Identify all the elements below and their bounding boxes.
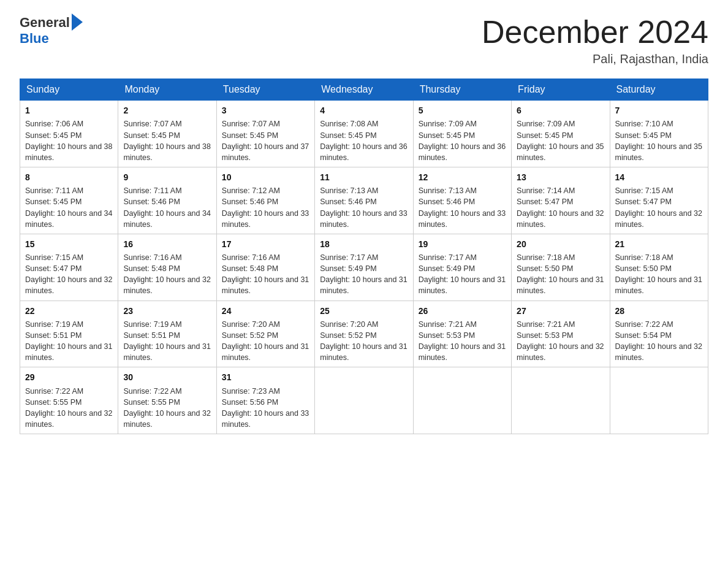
calendar-cell: 4Sunrise: 7:08 AMSunset: 5:45 PMDaylight… bbox=[315, 101, 413, 167]
calendar-cell: 8Sunrise: 7:11 AMSunset: 5:45 PMDaylight… bbox=[20, 167, 118, 234]
month-title: December 2024 bbox=[482, 15, 708, 50]
calendar-cell: 5Sunrise: 7:09 AMSunset: 5:45 PMDaylight… bbox=[413, 101, 511, 167]
day-number: 7 bbox=[615, 104, 703, 117]
day-number: 30 bbox=[123, 371, 211, 383]
day-number: 1 bbox=[25, 104, 113, 117]
day-number: 10 bbox=[222, 171, 309, 183]
day-number: 13 bbox=[517, 171, 604, 183]
day-number: 15 bbox=[25, 238, 113, 250]
logo-blue-text: Blue bbox=[20, 31, 49, 46]
day-number: 2 bbox=[123, 104, 211, 117]
day-header-wednesday: Wednesday bbox=[315, 79, 413, 101]
calendar-cell: 30Sunrise: 7:22 AMSunset: 5:55 PMDayligh… bbox=[118, 367, 216, 434]
calendar-cell: 25Sunrise: 7:20 AMSunset: 5:52 PMDayligh… bbox=[315, 301, 413, 367]
day-number: 6 bbox=[517, 104, 604, 117]
calendar-cell: 12Sunrise: 7:13 AMSunset: 5:46 PMDayligh… bbox=[413, 167, 511, 234]
calendar-cell: 18Sunrise: 7:17 AMSunset: 5:49 PMDayligh… bbox=[315, 234, 413, 301]
day-number: 4 bbox=[320, 104, 408, 117]
calendar-cell: 22Sunrise: 7:19 AMSunset: 5:51 PMDayligh… bbox=[20, 301, 118, 367]
calendar-cell: 1Sunrise: 7:06 AMSunset: 5:45 PMDaylight… bbox=[20, 101, 118, 167]
page-header: General Blue December 2024 Pali, Rajasth… bbox=[20, 15, 708, 66]
week-row-4: 22Sunrise: 7:19 AMSunset: 5:51 PMDayligh… bbox=[20, 301, 708, 367]
calendar-cell: 14Sunrise: 7:15 AMSunset: 5:47 PMDayligh… bbox=[610, 167, 708, 234]
day-number: 14 bbox=[615, 171, 703, 183]
calendar-header-row: SundayMondayTuesdayWednesdayThursdayFrid… bbox=[20, 79, 708, 101]
calendar-cell bbox=[610, 367, 708, 434]
calendar-cell: 24Sunrise: 7:20 AMSunset: 5:52 PMDayligh… bbox=[216, 301, 314, 367]
day-header-saturday: Saturday bbox=[610, 79, 708, 101]
day-number: 5 bbox=[419, 104, 506, 117]
day-number: 11 bbox=[320, 171, 408, 183]
day-number: 16 bbox=[123, 238, 211, 250]
calendar-cell: 7Sunrise: 7:10 AMSunset: 5:45 PMDaylight… bbox=[610, 101, 708, 167]
calendar-cell bbox=[413, 367, 511, 434]
day-number: 19 bbox=[419, 238, 506, 250]
calendar-cell: 29Sunrise: 7:22 AMSunset: 5:55 PMDayligh… bbox=[20, 367, 118, 434]
day-number: 20 bbox=[517, 238, 604, 250]
calendar-cell: 15Sunrise: 7:15 AMSunset: 5:47 PMDayligh… bbox=[20, 234, 118, 301]
day-number: 21 bbox=[615, 238, 703, 250]
calendar-cell: 20Sunrise: 7:18 AMSunset: 5:50 PMDayligh… bbox=[512, 234, 610, 301]
logo-arrow-icon bbox=[72, 13, 83, 31]
day-number: 22 bbox=[25, 305, 113, 317]
calendar-cell: 31Sunrise: 7:23 AMSunset: 5:56 PMDayligh… bbox=[216, 367, 314, 434]
day-number: 8 bbox=[25, 171, 113, 183]
calendar-cell bbox=[315, 367, 413, 434]
day-number: 25 bbox=[320, 305, 408, 317]
calendar-cell: 17Sunrise: 7:16 AMSunset: 5:48 PMDayligh… bbox=[216, 234, 314, 301]
location-subtitle: Pali, Rajasthan, India bbox=[482, 52, 708, 66]
calendar-cell bbox=[512, 367, 610, 434]
day-number: 18 bbox=[320, 238, 408, 250]
day-number: 24 bbox=[222, 305, 309, 317]
week-row-5: 29Sunrise: 7:22 AMSunset: 5:55 PMDayligh… bbox=[20, 367, 708, 434]
title-area: December 2024 Pali, Rajasthan, India bbox=[482, 15, 708, 66]
week-row-1: 1Sunrise: 7:06 AMSunset: 5:45 PMDaylight… bbox=[20, 101, 708, 167]
calendar-cell: 10Sunrise: 7:12 AMSunset: 5:46 PMDayligh… bbox=[216, 167, 314, 234]
calendar-cell: 27Sunrise: 7:21 AMSunset: 5:53 PMDayligh… bbox=[512, 301, 610, 367]
week-row-3: 15Sunrise: 7:15 AMSunset: 5:47 PMDayligh… bbox=[20, 234, 708, 301]
day-header-thursday: Thursday bbox=[413, 79, 511, 101]
day-header-sunday: Sunday bbox=[20, 79, 118, 101]
calendar-cell: 16Sunrise: 7:16 AMSunset: 5:48 PMDayligh… bbox=[118, 234, 216, 301]
calendar-cell: 13Sunrise: 7:14 AMSunset: 5:47 PMDayligh… bbox=[512, 167, 610, 234]
day-number: 12 bbox=[419, 171, 506, 183]
day-number: 27 bbox=[517, 305, 604, 317]
logo: General Blue bbox=[20, 15, 83, 47]
day-number: 3 bbox=[222, 104, 309, 117]
day-number: 28 bbox=[615, 305, 703, 317]
calendar-cell: 11Sunrise: 7:13 AMSunset: 5:46 PMDayligh… bbox=[315, 167, 413, 234]
day-number: 17 bbox=[222, 238, 309, 250]
day-header-friday: Friday bbox=[512, 79, 610, 101]
calendar-cell: 26Sunrise: 7:21 AMSunset: 5:53 PMDayligh… bbox=[413, 301, 511, 367]
logo-general-text: General bbox=[20, 15, 70, 31]
day-number: 9 bbox=[123, 171, 211, 183]
calendar-cell: 6Sunrise: 7:09 AMSunset: 5:45 PMDaylight… bbox=[512, 101, 610, 167]
day-number: 29 bbox=[25, 371, 113, 383]
calendar-table: SundayMondayTuesdayWednesdayThursdayFrid… bbox=[20, 79, 708, 434]
day-header-monday: Monday bbox=[118, 79, 216, 101]
calendar-cell: 3Sunrise: 7:07 AMSunset: 5:45 PMDaylight… bbox=[216, 101, 314, 167]
day-number: 31 bbox=[222, 371, 309, 383]
calendar-cell: 19Sunrise: 7:17 AMSunset: 5:49 PMDayligh… bbox=[413, 234, 511, 301]
calendar-cell: 9Sunrise: 7:11 AMSunset: 5:46 PMDaylight… bbox=[118, 167, 216, 234]
calendar-cell: 23Sunrise: 7:19 AMSunset: 5:51 PMDayligh… bbox=[118, 301, 216, 367]
calendar-cell: 21Sunrise: 7:18 AMSunset: 5:50 PMDayligh… bbox=[610, 234, 708, 301]
day-number: 23 bbox=[123, 305, 211, 317]
day-number: 26 bbox=[419, 305, 506, 317]
calendar-cell: 28Sunrise: 7:22 AMSunset: 5:54 PMDayligh… bbox=[610, 301, 708, 367]
week-row-2: 8Sunrise: 7:11 AMSunset: 5:45 PMDaylight… bbox=[20, 167, 708, 234]
calendar-cell: 2Sunrise: 7:07 AMSunset: 5:45 PMDaylight… bbox=[118, 101, 216, 167]
day-header-tuesday: Tuesday bbox=[216, 79, 314, 101]
